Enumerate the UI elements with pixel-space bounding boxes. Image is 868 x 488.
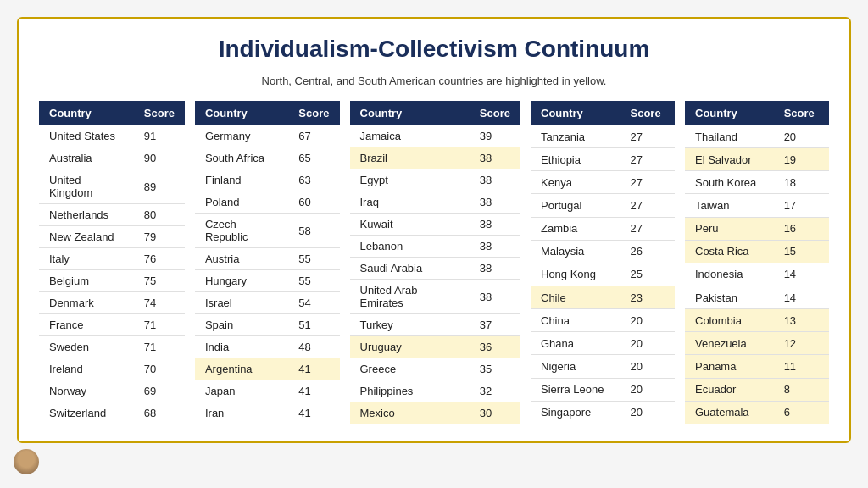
table-row: Belgium75 (39, 270, 185, 292)
score-cell: 91 (134, 125, 185, 147)
table-row: Egypt38 (350, 169, 521, 191)
score-cell: 38 (470, 280, 520, 314)
table-row: Nigeria20 (531, 355, 675, 378)
score-cell: 25 (620, 263, 675, 286)
country-cell: Argentina (195, 358, 288, 380)
table-row: Pakistan14 (685, 286, 829, 308)
country-cell: Netherlands (39, 204, 134, 226)
score-cell: 69 (134, 380, 185, 402)
data-table: CountryScoreTanzania27Ethiopia27Kenya27P… (531, 101, 675, 424)
score-cell: 27 (620, 194, 675, 217)
country-cell: China (531, 309, 620, 332)
country-cell: Ireland (39, 358, 134, 380)
country-cell: Ghana (531, 332, 620, 355)
country-cell: Kuwait (350, 214, 470, 236)
score-cell: 19 (774, 148, 829, 171)
table-row: Denmark74 (39, 292, 185, 314)
country-cell: Brazil (350, 147, 470, 169)
table-row: Czech Republic58 (195, 214, 340, 248)
score-cell: 71 (134, 336, 185, 358)
score-cell: 20 (620, 401, 675, 424)
country-cell: Jamaica (350, 125, 470, 147)
country-cell: Guatemala (685, 401, 774, 424)
country-cell: South Korea (685, 171, 774, 194)
score-cell: 38 (470, 236, 520, 258)
table-row: Lebanon38 (350, 236, 521, 258)
score-cell: 38 (470, 258, 520, 280)
score-cell: 35 (470, 358, 520, 380)
column-header: Country (350, 101, 470, 125)
table-row: Spain51 (195, 314, 340, 336)
score-cell: 38 (470, 191, 520, 214)
country-cell: Lebanon (350, 236, 470, 258)
column-header: Country (685, 101, 774, 125)
table-row: Greece35 (350, 358, 521, 380)
score-cell: 32 (470, 380, 520, 402)
country-cell: Egypt (350, 169, 470, 191)
country-cell: Spain (195, 314, 288, 336)
score-cell: 37 (470, 314, 520, 336)
country-cell: Switzerland (39, 402, 134, 424)
table-row: United States91 (39, 125, 185, 147)
score-cell: 20 (620, 309, 675, 332)
table-row: Philippines32 (350, 380, 521, 402)
column-header: Score (620, 101, 675, 125)
score-cell: 14 (774, 263, 829, 286)
page-title: Individualism-Collectivism Continuum (39, 36, 829, 63)
country-cell: Japan (195, 380, 288, 402)
table-row: Hungary55 (195, 270, 340, 292)
table-row: Argentina41 (195, 358, 340, 380)
score-cell: 65 (288, 147, 339, 169)
subtitle: North, Central, and South American count… (39, 75, 829, 87)
score-cell: 60 (288, 191, 339, 214)
table-row: Norway69 (39, 380, 185, 402)
country-cell: South Africa (195, 147, 288, 169)
score-cell: 48 (288, 336, 339, 358)
country-cell: Finland (195, 169, 288, 191)
table-row: Iran41 (195, 402, 340, 424)
table-row: El Salvador19 (685, 148, 829, 171)
country-cell: Panama (685, 355, 774, 378)
column-header: Country (531, 101, 620, 125)
score-cell: 26 (620, 240, 675, 263)
country-cell: Taiwan (685, 194, 774, 217)
score-cell: 80 (134, 204, 185, 226)
table-row: Portugal27 (531, 194, 675, 217)
table-row: Guatemala6 (685, 401, 829, 424)
country-cell: Pakistan (685, 286, 774, 308)
table-row: Malaysia26 (531, 240, 675, 263)
score-cell: 13 (774, 309, 829, 332)
score-cell: 20 (620, 332, 675, 355)
table-row: Ghana20 (531, 332, 675, 355)
table-row: Brazil38 (350, 147, 521, 169)
table-row: Panama11 (685, 355, 829, 378)
country-cell: Israel (195, 292, 288, 314)
score-cell: 68 (134, 402, 185, 424)
score-cell: 75 (134, 270, 185, 292)
table-row: Turkey37 (350, 314, 521, 336)
score-cell: 90 (134, 147, 185, 169)
data-table: CountryScoreJamaica39Brazil38Egypt38Iraq… (350, 101, 521, 424)
table-row: Kuwait38 (350, 214, 521, 236)
score-cell: 27 (620, 171, 675, 194)
table-row: South Korea18 (685, 171, 829, 194)
country-cell: Chile (531, 286, 620, 308)
country-cell: Portugal (531, 194, 620, 217)
score-cell: 54 (288, 292, 339, 314)
country-cell: United Kingdom (39, 169, 134, 204)
table-row: Thailand20 (685, 125, 829, 148)
score-cell: 79 (134, 226, 185, 248)
score-cell: 38 (470, 169, 520, 191)
score-cell: 38 (470, 147, 520, 169)
table-row: Mexico30 (350, 402, 521, 424)
table-row: France71 (39, 314, 185, 336)
column-header: Score (134, 101, 185, 125)
country-cell: Zambia (531, 217, 620, 240)
column-header: Country (195, 101, 288, 125)
country-cell: Iraq (350, 191, 470, 214)
score-cell: 71 (134, 314, 185, 336)
tables-row: CountryScoreUnited States91Australia90Un… (39, 101, 829, 424)
score-cell: 89 (134, 169, 185, 204)
table-row: United Kingdom89 (39, 169, 185, 204)
score-cell: 6 (774, 401, 829, 424)
